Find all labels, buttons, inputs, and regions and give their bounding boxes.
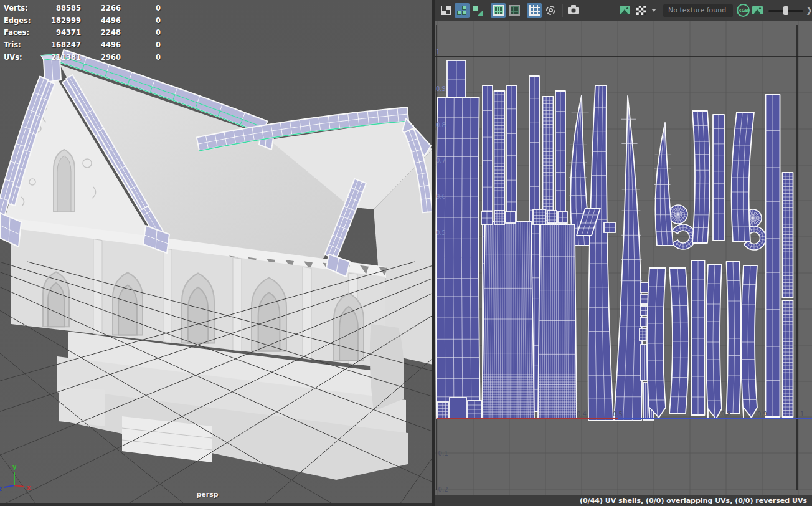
uv-shell-icon: [457, 6, 467, 16]
uv-shell[interactable]: [494, 211, 504, 224]
stat-row: Faces:9437122480: [4, 27, 161, 39]
stat-value: 0: [121, 53, 161, 62]
slider-handle[interactable]: [783, 6, 788, 15]
stat-value: Faces:: [4, 28, 40, 37]
uv-shell[interactable]: [741, 265, 757, 418]
uv-shell[interactable]: [538, 224, 577, 418]
stat-value: 2960: [81, 53, 121, 62]
stat-row: Tris:16824744960: [4, 39, 161, 51]
uv-shell[interactable]: [783, 300, 793, 417]
exposure-slider[interactable]: [768, 4, 803, 17]
texture-borders-off-button[interactable]: [507, 3, 522, 18]
axis-gizmo: y x z: [0, 464, 31, 492]
uv-shell[interactable]: [692, 111, 710, 243]
uv-shell[interactable]: [692, 260, 705, 415]
stat-value: UVs:: [4, 53, 40, 62]
uv-shell[interactable]: [468, 401, 481, 418]
stat-value: 4496: [81, 16, 121, 25]
y-axis-label: y: [12, 464, 17, 470]
uv-canvas-svg: 10.90.80.70.60.5-0.1-0.20.40.50.80.91: [435, 21, 812, 495]
quarter-layout-button[interactable]: [438, 3, 453, 18]
stat-value: Edges:: [4, 16, 40, 25]
texture-name-field[interactable]: No texture found: [663, 4, 733, 17]
texture-dropdown-button[interactable]: [649, 3, 658, 18]
panel-expand-arrows[interactable]: ❯❯: [806, 6, 812, 15]
gable-arch-inner: [57, 156, 71, 212]
checker-grid-icon: [529, 5, 540, 16]
uv-grid-label: 0.6: [436, 193, 446, 200]
image-ratio-button[interactable]: [750, 3, 765, 18]
uv-shell[interactable]: [783, 173, 793, 298]
camera-name-label: persp: [176, 490, 238, 499]
uv-shell[interactable]: [604, 222, 615, 232]
uv-shell[interactable]: [482, 221, 534, 418]
camera-icon: [568, 7, 579, 14]
uv-grid-label: -0.1: [436, 450, 448, 457]
square-triangle-button[interactable]: [471, 3, 486, 18]
uv-grid-label: 0.5: [436, 229, 446, 236]
dashed-circle-icon: [546, 6, 555, 15]
uv-grid-label: 0.9: [757, 411, 767, 418]
stat-value: 0: [121, 41, 161, 49]
texture-borders-on-button[interactable]: [491, 3, 506, 18]
uv-shell[interactable]: [436, 97, 480, 418]
uv-editor-canvas[interactable]: 10.90.80.70.60.5-0.1-0.20.40.50.80.91: [435, 21, 812, 495]
uv-grid-label: 0.7: [436, 157, 446, 164]
stat-value: 2248: [81, 28, 121, 37]
image-icon: [620, 6, 630, 14]
uv-editor-toolbar: No texture found RGB ❯❯: [435, 0, 812, 21]
quarter-layout-icon: [441, 6, 451, 15]
rgb-channels-button[interactable]: RGB: [737, 4, 750, 17]
uv-shell[interactable]: [654, 123, 674, 246]
uv-grid-label: 0.5: [613, 411, 623, 418]
stat-value: 2266: [81, 4, 121, 12]
house-model[interactable]: [0, 50, 432, 480]
stat-row: UVs:21138129600: [4, 51, 161, 64]
x-axis-label: x: [27, 484, 31, 491]
z-axis-label: z: [0, 485, 2, 492]
uv-shell[interactable]: [447, 60, 466, 98]
checker-map-button[interactable]: [527, 3, 542, 18]
stat-row: Verts:8858522660: [4, 2, 161, 14]
uv-shell[interactable]: [506, 212, 516, 223]
uv-grid-label: 0.9: [436, 85, 446, 92]
uv-shell[interactable]: [481, 212, 493, 224]
uv-shell[interactable]: [647, 268, 666, 418]
checker-display-button[interactable]: [633, 3, 648, 18]
uv-snapshot-button[interactable]: [566, 3, 581, 18]
uv-shell[interactable]: [727, 262, 742, 414]
uv-grid-label: -0.2: [436, 486, 448, 493]
uv-shell-select-button[interactable]: [455, 3, 470, 18]
stat-value: 4496: [81, 41, 121, 49]
z-axis: [4, 485, 14, 487]
uv-grid-label: 1: [800, 411, 804, 418]
texture-borders-icon: [493, 5, 504, 16]
uv-shell[interactable]: [706, 264, 722, 419]
stat-value: 211381: [40, 53, 81, 62]
uv-shell[interactable]: [588, 85, 613, 421]
uv-shell[interactable]: [614, 96, 643, 421]
stat-value: 168247: [40, 41, 81, 49]
perspective-viewport[interactable]: y x z Verts:8858522660Edges:18299944960F…: [0, 0, 432, 506]
uv-shell[interactable]: [547, 211, 557, 223]
stat-value: 182999: [40, 16, 81, 25]
uv-shell[interactable]: [533, 209, 545, 224]
stat-value: Tris:: [4, 41, 40, 49]
stat-value: Verts:: [4, 4, 40, 12]
uv-shell[interactable]: [450, 398, 466, 418]
uv-shell[interactable]: [437, 402, 448, 418]
uv-shell[interactable]: [558, 212, 567, 223]
uv-shell-disc[interactable]: [669, 205, 687, 224]
uv-editor-panel: No texture found RGB ❯❯ 10.90.80.70.60.5…: [435, 0, 812, 506]
uv-shell[interactable]: [766, 95, 780, 417]
maya-uv-editing-workspace: y x z Verts:8858522660Edges:18299944960F…: [0, 0, 812, 506]
stat-value: 0: [121, 28, 161, 37]
uv-shell[interactable]: [713, 115, 724, 241]
uv-grid-label: 0.8: [436, 122, 446, 128]
square-triangle-icon: [473, 6, 483, 16]
shade-uvs-button[interactable]: [543, 3, 558, 18]
uv-shell[interactable]: [669, 268, 689, 414]
viewport-bottom-border: [0, 503, 432, 506]
texture-borders-dim-icon: [509, 5, 520, 16]
image-display-button[interactable]: [617, 3, 632, 18]
